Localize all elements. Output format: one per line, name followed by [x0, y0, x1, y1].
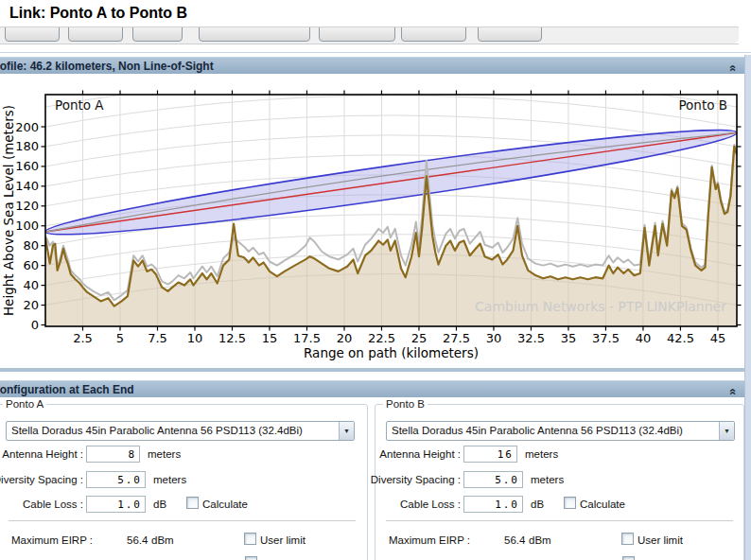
calculate-checkbox[interactable]: [186, 497, 199, 509]
svg-text:40: 40: [636, 331, 652, 345]
svg-text:200: 200: [15, 120, 39, 134]
svg-text:140: 140: [15, 179, 39, 193]
toolbar-button[interactable]: [132, 26, 183, 42]
panel-separator: [9, 520, 356, 521]
collapse-chevron-icon[interactable]: «: [724, 64, 741, 71]
max-eirp-value: 56.4: [127, 534, 148, 546]
linkplanner-window: { "app": { "title": "Link: Ponto A to Po…: [0, 0, 751, 560]
calculate-checkbox[interactable]: [564, 497, 576, 509]
toolbar-button[interactable]: [401, 26, 466, 42]
divider: [0, 52, 751, 53]
svg-text:27.5: 27.5: [443, 331, 470, 345]
svg-text:7.5: 7.5: [148, 331, 167, 345]
antenna-height-label: Antenna Height :: [0, 448, 83, 460]
corner-label-right: Ponto B: [678, 97, 727, 113]
clipped-checkbox[interactable]: [622, 556, 635, 560]
user-limit-checkbox[interactable]: [621, 533, 634, 545]
user-limit-label: User limit: [637, 534, 683, 546]
svg-text:25: 25: [411, 331, 428, 345]
svg-text:0: 0: [31, 318, 39, 332]
svg-text:120: 120: [15, 199, 39, 213]
cable-loss-unit: dB: [153, 499, 166, 510]
dropdown-arrow-icon[interactable]: ▼: [719, 422, 734, 440]
calculate-label: Calculate: [202, 499, 248, 510]
cable-loss-input[interactable]: [463, 496, 523, 513]
toolbar-button[interactable]: [319, 26, 395, 42]
antenna-height-input[interactable]: [463, 446, 517, 463]
svg-text:80: 80: [23, 238, 39, 253]
svg-text:160: 160: [15, 159, 39, 173]
max-eirp-unit: dBm: [151, 534, 174, 546]
antenna-height-input[interactable]: [86, 446, 140, 463]
page-title: Link: Ponto A to Ponto B: [9, 5, 187, 22]
end-b-panel: Ponto B Stella Doradus 45in Parabolic An…: [375, 404, 744, 560]
config-section-header[interactable]: Configuration at Each End «: [0, 380, 745, 397]
svg-text:12.5: 12.5: [218, 331, 246, 345]
profile-section-header[interactable]: Profile: 46.2 kilometers, Non Line-of-Si…: [0, 57, 745, 74]
max-eirp-label: Maximum EIRP :: [298, 534, 470, 546]
vertical-scrollbar[interactable]: [744, 55, 751, 560]
corner-label-left: Ponto A: [55, 97, 104, 113]
section-divider: [0, 368, 745, 372]
calculate-label: Calculate: [580, 499, 625, 510]
diversity-spacing-unit: meters: [153, 474, 186, 485]
end-b-antenna-value: Stella Doradus 45in Parabolic Antenna 56…: [392, 422, 683, 440]
cable-loss-label: Cable Loss :: [271, 499, 461, 510]
end-a-antenna-value: Stella Doradus 45in Parabolic Antenna 56…: [11, 422, 303, 440]
svg-text:45: 45: [710, 331, 726, 345]
max-eirp-label: Maximum EIRP :: [0, 534, 93, 546]
clipped-checkbox[interactable]: [245, 556, 257, 560]
svg-text:100: 100: [15, 219, 39, 233]
antenna-height-unit: meters: [148, 448, 181, 460]
user-limit-checkbox[interactable]: [244, 533, 256, 545]
panel-separator: [386, 520, 733, 521]
diversity-spacing-input[interactable]: [463, 471, 523, 488]
antenna-height-label: Antenna Height :: [271, 448, 461, 460]
diversity-spacing-input[interactable]: [86, 471, 146, 488]
toolbar: [0, 26, 739, 44]
svg-text:22.5: 22.5: [368, 331, 395, 345]
collapse-chevron-icon[interactable]: «: [724, 388, 741, 394]
end-b-antenna-select[interactable]: Stella Doradus 45in Parabolic Antenna 56…: [386, 421, 735, 441]
end-a-legend: Ponto A: [3, 398, 46, 410]
cable-loss-input[interactable]: [86, 496, 146, 513]
diversity-spacing-label: Diversity Spacing :: [0, 474, 83, 485]
svg-text:42.5: 42.5: [667, 331, 694, 345]
svg-text:37.5: 37.5: [592, 331, 620, 345]
cable-loss-unit: dB: [531, 499, 544, 510]
svg-text:5: 5: [116, 331, 124, 345]
svg-text:40: 40: [23, 278, 39, 292]
toolbar-button[interactable]: [478, 26, 542, 42]
diversity-spacing-label: Diversity Spacing :: [271, 474, 461, 485]
toolbar-button[interactable]: [199, 26, 310, 42]
toolbar-button[interactable]: [68, 26, 123, 42]
diversity-spacing-unit: meters: [531, 474, 564, 485]
svg-text:60: 60: [23, 258, 39, 272]
toolbar-divider: [0, 44, 739, 44]
svg-text:35: 35: [561, 331, 577, 345]
watermark: Cambium Networks - PTP LINKPlanner: [475, 299, 726, 314]
y-axis-label: Height Above Sea Level (meters): [1, 105, 16, 316]
dropdown-arrow-icon[interactable]: ▼: [339, 422, 354, 440]
path-profile-chart: Cambium Networks - PTP LINKPlanner2.557.…: [0, 73, 751, 368]
svg-text:15: 15: [262, 331, 278, 345]
cable-loss-label: Cable Loss :: [0, 499, 83, 510]
svg-text:20: 20: [23, 298, 39, 312]
svg-text:2.5: 2.5: [73, 331, 93, 345]
antenna-height-unit: meters: [525, 448, 558, 460]
svg-text:20: 20: [337, 331, 353, 345]
svg-text:17.5: 17.5: [293, 331, 321, 345]
toolbar-button[interactable]: [5, 26, 60, 42]
svg-text:10: 10: [187, 331, 203, 345]
max-eirp-value: 56.4: [504, 534, 525, 546]
end-b-legend: Ponto B: [383, 398, 428, 410]
x-axis-label: Range on path (kilometers): [304, 345, 479, 360]
svg-text:32.5: 32.5: [517, 331, 545, 345]
svg-text:30: 30: [486, 331, 502, 345]
config-section-title: Configuration at Each End: [0, 381, 134, 398]
svg-text:180: 180: [15, 139, 39, 153]
end-a-antenna-select[interactable]: Stella Doradus 45in Parabolic Antenna 56…: [6, 421, 355, 441]
max-eirp-unit: dBm: [529, 534, 551, 546]
